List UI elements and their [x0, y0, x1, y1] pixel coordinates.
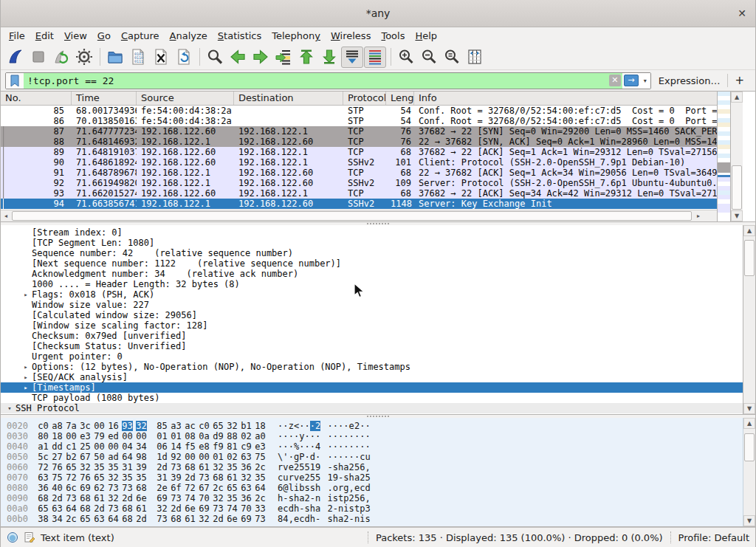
ascii-char[interactable]: ·	[343, 441, 348, 452]
hex-byte[interactable]: 73	[171, 462, 182, 472]
hex-byte[interactable]: 35	[122, 472, 133, 483]
details-line[interactable]: ▸Options: (12 bytes), No-Operation (NOP)…	[1, 362, 743, 372]
ascii-char[interactable]: h	[294, 503, 299, 514]
ascii-char[interactable]: e	[349, 421, 354, 431]
hex-byte[interactable]: 18	[255, 421, 266, 431]
hex-byte[interactable]: 02	[227, 452, 238, 462]
hex-byte[interactable]: 65	[66, 462, 77, 472]
packet-row-93[interactable]: 9371.662015274192.168.122.60192.168.122.…	[1, 188, 717, 199]
ascii-char[interactable]: a	[354, 472, 360, 483]
ascii-char[interactable]: h	[294, 493, 299, 503]
ascii-char[interactable]: s	[289, 493, 294, 503]
details-line[interactable]: Urgent pointer: 0	[1, 351, 743, 362]
hex-byte[interactable]: 63	[52, 503, 63, 514]
hex-byte[interactable]: 76	[80, 472, 91, 483]
ascii-char[interactable]: 2	[304, 493, 309, 503]
hex-byte[interactable]: 01	[171, 431, 182, 441]
packet-row-85[interactable]: 8568.001734936fe:54:00:d4:38:2aSTP54Conf…	[1, 106, 717, 116]
packet-row-91[interactable]: 9171.648789678192.168.122.1192.168.122.6…	[1, 168, 717, 178]
hex-byte[interactable]: 04	[122, 441, 133, 452]
ascii-char[interactable]: s	[310, 483, 315, 493]
hex-byte[interactable]: 32	[227, 421, 238, 431]
hex-byte[interactable]: 65	[94, 472, 105, 483]
details-line[interactable]: ▾SSH Protocol	[1, 403, 743, 413]
ascii-char[interactable]: s	[327, 514, 332, 524]
hex-byte[interactable]: 31	[157, 472, 168, 483]
hex-byte[interactable]: e3	[80, 431, 91, 441]
intelligent-scrollbar-minimap[interactable]	[717, 92, 730, 221]
ascii-char[interactable]: d	[289, 503, 294, 514]
hex-byte[interactable]: 00	[66, 431, 77, 441]
ascii-char[interactable]: r	[278, 462, 283, 472]
hex-byte[interactable]: 2d	[185, 472, 196, 483]
menu-capture[interactable]: Capture	[116, 28, 165, 44]
hex-byte[interactable]: 33	[255, 503, 266, 514]
ascii-char[interactable]: 5	[315, 472, 320, 483]
ascii-char[interactable]: h	[315, 483, 320, 493]
filter-apply-button[interactable]: →	[622, 73, 640, 89]
ascii-char[interactable]: -	[299, 503, 304, 514]
details-line[interactable]: ▸Flags: 0x018 (PSH, ACK)	[1, 289, 743, 300]
hex-byte[interactable]: 68	[122, 503, 133, 514]
ascii-char[interactable]: ,	[365, 493, 370, 503]
hex-byte[interactable]: dd	[52, 441, 63, 452]
hex-byte[interactable]: 70	[199, 493, 210, 503]
details-vscrollbar[interactable]: ▲ ▼	[743, 225, 755, 414]
ascii-char[interactable]: 5	[299, 462, 304, 472]
ascii-char[interactable]: 8	[278, 514, 283, 524]
ascii-char[interactable]: ·	[343, 431, 348, 441]
hex-byte[interactable]: 63	[241, 452, 252, 462]
hex-byte[interactable]: ac	[185, 421, 196, 431]
hex-byte[interactable]: 34	[136, 441, 147, 452]
details-line[interactable]: [Stream index: 0]	[1, 227, 743, 238]
hex-byte[interactable]: 62	[94, 483, 105, 493]
hex-byte[interactable]: 65	[227, 483, 238, 493]
ascii-char[interactable]: ·	[327, 441, 332, 452]
hex-byte[interactable]: 69	[80, 483, 91, 493]
ascii-char[interactable]: e	[354, 483, 360, 493]
hex-byte[interactable]: a3	[171, 421, 182, 431]
hex-byte[interactable]: 72	[185, 483, 196, 493]
colorize-button[interactable]	[364, 47, 386, 68]
filter-value[interactable]: !tcp.port == 22	[24, 73, 608, 89]
save-file-button[interactable]: 010101100111	[127, 47, 149, 68]
hex-byte[interactable]: 2e	[157, 483, 168, 493]
ascii-char[interactable]: ·	[310, 431, 315, 441]
details-scroll-down-arrow[interactable]: ▼	[743, 403, 755, 414]
auto-scroll-button[interactable]	[341, 47, 363, 68]
hex-byte[interactable]: 35	[255, 472, 266, 483]
hex-byte[interactable]: c0	[38, 421, 49, 431]
hex-byte[interactable]: 6e	[185, 503, 196, 514]
ascii-char[interactable]: ·	[365, 431, 370, 441]
hex-byte[interactable]: 18	[52, 431, 63, 441]
ascii-char[interactable]: P	[299, 452, 304, 462]
hex-byte[interactable]: 6e	[227, 514, 238, 524]
ascii-char[interactable]: d	[310, 452, 315, 462]
filter-bookmark-icon[interactable]	[6, 73, 24, 89]
hex-byte[interactable]: 32	[136, 421, 147, 431]
ascii-char[interactable]: z	[289, 421, 294, 431]
ascii-char[interactable]: ·	[304, 441, 309, 452]
hex-byte[interactable]: c9	[241, 441, 252, 452]
hex-byte[interactable]: 35	[94, 462, 105, 472]
ascii-char[interactable]: 6	[360, 493, 365, 503]
ascii-char[interactable]: ·	[315, 452, 320, 462]
ascii-char[interactable]: ·	[327, 421, 332, 431]
hex-byte[interactable]: 98	[136, 452, 147, 462]
hex-byte[interactable]: 50	[94, 452, 105, 462]
column-header-destination[interactable]: Destination	[234, 92, 343, 105]
hex-byte[interactable]: 32	[108, 472, 119, 483]
ascii-char[interactable]: .	[327, 483, 332, 493]
filter-history-dropdown[interactable]: ▾	[640, 73, 650, 89]
ascii-char[interactable]: ·	[354, 441, 360, 452]
ascii-char[interactable]: c	[360, 483, 365, 493]
hex-byte[interactable]: f5	[185, 441, 196, 452]
expander-closed-icon[interactable]: ▸	[20, 372, 32, 382]
ascii-char[interactable]: ·	[289, 431, 294, 441]
ascii-char[interactable]: @	[283, 483, 288, 493]
ascii-char[interactable]: ·	[333, 441, 338, 452]
ascii-char[interactable]: ·	[360, 421, 365, 431]
details-line[interactable]: Acknowledgment number: 34 (relative ack …	[1, 269, 743, 279]
hex-byte[interactable]: 74	[227, 503, 238, 514]
packet-list-vscrollbar[interactable]: ▲ ▼	[730, 92, 743, 221]
